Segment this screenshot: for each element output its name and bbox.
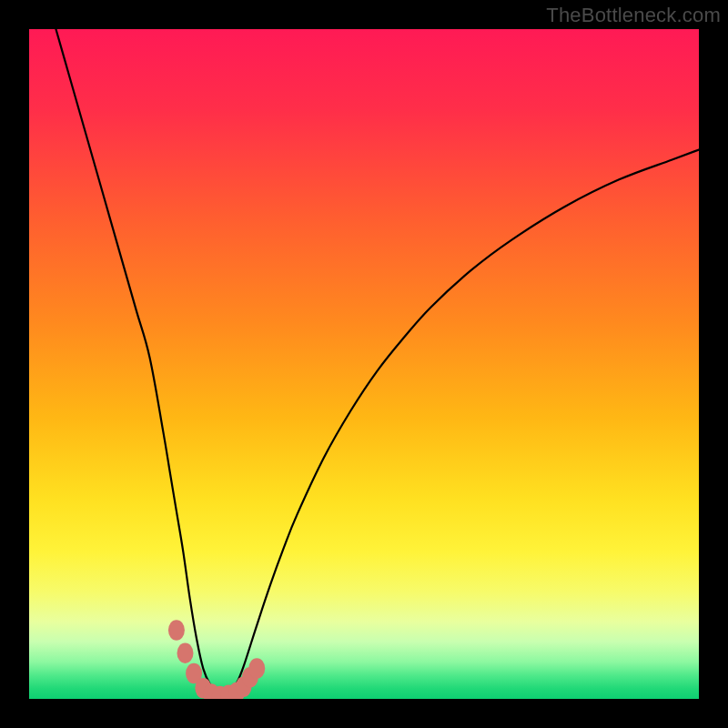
gradient-background xyxy=(29,29,699,699)
chart-frame: TheBottleneck.com xyxy=(0,0,728,728)
svg-rect-0 xyxy=(29,29,699,699)
attribution-label: TheBottleneck.com xyxy=(546,4,721,27)
plot-area xyxy=(29,29,699,699)
